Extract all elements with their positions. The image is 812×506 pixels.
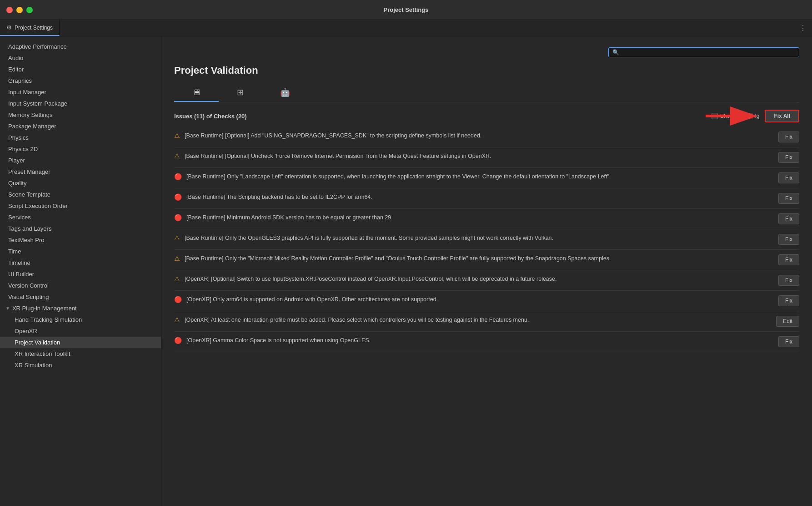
sidebar-item-package-manager[interactable]: Package Manager [0, 121, 161, 132]
issue-text: [Base Runtime] [Optional] Add "USING_SNA… [185, 132, 774, 140]
sidebar-item-project-validation[interactable]: Project Validation [0, 337, 161, 348]
search-input[interactable] [622, 49, 795, 56]
sidebar-item-input-manager[interactable]: Input Manager [0, 86, 161, 98]
issue-text: [OpenXR] At least one interaction profil… [185, 316, 772, 324]
tablet-icon: ⊞ [237, 87, 244, 97]
issue-text: [Base Runtime] The Scripting backend has… [186, 193, 774, 202]
ignore-text: Ig [755, 113, 759, 119]
issue-fix-button[interactable]: Fix [778, 193, 799, 204]
issues-title: Issues (11) of Checks (20) [174, 113, 706, 120]
sidebar-item-adaptive-performance[interactable]: Adaptive Performance [0, 41, 161, 52]
issue-text: [Base Runtime] Only the OpenGLES3 graphi… [185, 234, 774, 243]
warning-icon: ⚠ [174, 152, 180, 160]
issue-row: ⚠[Base Runtime] [Optional] Add "USING_SN… [174, 127, 799, 147]
tab-label: Project Settings [15, 25, 53, 31]
issue-row: ⚠[Base Runtime] Only the OpenGLES3 graph… [174, 229, 799, 250]
content-area: 🔍 Project Validation 🖥 ⊞ 🤖 Issues (11) o… [161, 36, 812, 506]
search-icon: 🔍 [612, 49, 619, 56]
issue-fix-button[interactable]: Fix [778, 336, 799, 347]
sidebar-item-script-execution-order[interactable]: Script Execution Order [0, 200, 161, 212]
minimize-button[interactable] [16, 7, 23, 13]
issue-row: ⚠[OpenXR] [Optional] Switch to use Input… [174, 270, 799, 291]
error-icon: 🔴 [174, 173, 182, 180]
issue-fix-button[interactable]: Fix [778, 254, 799, 265]
platform-tabs: 🖥 ⊞ 🤖 [174, 84, 799, 102]
warning-icon: ⚠ [174, 132, 180, 139]
ignore-checkbox[interactable] [746, 113, 752, 119]
issue-text: [Base Runtime] [Optional] Uncheck 'Force… [185, 152, 774, 161]
sidebar-item-editor[interactable]: Editor [0, 64, 161, 75]
tab-desktop[interactable]: 🖥 [174, 84, 219, 102]
sidebar-item-openxr[interactable]: OpenXR [0, 325, 161, 337]
issue-row: 🔴[Base Runtime] Only "Landscape Left" or… [174, 168, 799, 188]
tab-more-button[interactable]: ⋮ [794, 20, 812, 36]
close-button[interactable] [6, 7, 13, 13]
issue-row: 🔴[Base Runtime] The Scripting backend ha… [174, 188, 799, 209]
sidebar-item-input-system-package[interactable]: Input System Package [0, 98, 161, 109]
issue-fix-button[interactable]: Fix [778, 152, 799, 163]
issue-fix-button[interactable]: Fix [778, 295, 799, 306]
ignore-label: Ig [746, 113, 759, 119]
issue-row: ⚠[Base Runtime] Only the "Microsoft Mixe… [174, 250, 799, 270]
show-all-label: Show all [712, 113, 741, 119]
sidebar-item-xr-simulation[interactable]: XR Simulation [0, 359, 161, 371]
error-icon: 🔴 [174, 214, 182, 221]
project-settings-tab[interactable]: ⚙ Project Settings [0, 20, 60, 36]
chevron-down-icon: ▼ [5, 306, 10, 311]
issues-header: Issues (11) of Checks (20) Show all Ig F… [174, 110, 799, 122]
issue-fix-button[interactable]: Fix [778, 132, 799, 142]
sidebar-item-time[interactable]: Time [0, 246, 161, 257]
warning-icon: ⚠ [174, 275, 180, 283]
sidebar-item-xr-interaction-toolkit[interactable]: XR Interaction Toolkit [0, 348, 161, 359]
titlebar: Project Settings [0, 0, 812, 20]
sidebar-item-textmesh-pro[interactable]: TextMesh Pro [0, 234, 161, 246]
sidebar-item-services[interactable]: Services [0, 212, 161, 223]
issue-text: [OpenXR] Gamma Color Space is not suppor… [186, 336, 774, 345]
sidebar-item-memory-settings[interactable]: Memory Settings [0, 109, 161, 121]
show-all-checkbox[interactable] [712, 113, 718, 119]
window-controls [6, 7, 33, 13]
android-icon: 🤖 [280, 87, 290, 97]
sidebar-item-ui-builder[interactable]: UI Builder [0, 268, 161, 280]
error-icon: 🔴 [174, 193, 182, 201]
fix-all-button[interactable]: Fix All [765, 110, 799, 122]
main-layout: Adaptive PerformanceAudioEditorGraphicsI… [0, 36, 812, 506]
sidebar-item-hand-tracking-simulation[interactable]: Hand Tracking Simulation [0, 314, 161, 325]
issue-fix-button[interactable]: Fix [778, 234, 799, 245]
sidebar-item-graphics[interactable]: Graphics [0, 75, 161, 86]
sidebar-item-tags-and-layers[interactable]: Tags and Layers [0, 223, 161, 234]
maximize-button[interactable] [26, 7, 33, 13]
warning-icon: ⚠ [174, 316, 180, 324]
issue-text: [Base Runtime] Only the "Microsoft Mixed… [185, 254, 774, 263]
tab-android[interactable]: 🤖 [262, 84, 308, 102]
show-all-text: Show all [720, 113, 741, 119]
sidebar-item-scene-template[interactable]: Scene Template [0, 189, 161, 200]
sidebar-item-player[interactable]: Player [0, 155, 161, 166]
issue-fix-button[interactable]: Fix [778, 172, 799, 183]
issue-edit-button[interactable]: Edit [776, 316, 799, 327]
warning-icon: ⚠ [174, 255, 180, 262]
sidebar-item-xr-plugin[interactable]: ▼XR Plug-in Management [0, 303, 161, 314]
tab-tablet[interactable]: ⊞ [219, 84, 262, 102]
issue-row: ⚠[Base Runtime] [Optional] Uncheck 'Forc… [174, 147, 799, 168]
sidebar: Adaptive PerformanceAudioEditorGraphicsI… [0, 36, 161, 506]
issue-fix-button[interactable]: Fix [778, 275, 799, 286]
issue-row: ⚠[OpenXR] At least one interaction profi… [174, 311, 799, 332]
issue-text: [OpenXR] Only arm64 is supported on Andr… [186, 295, 774, 304]
tabbar: ⚙ Project Settings ⋮ [0, 20, 812, 36]
sidebar-item-visual-scripting[interactable]: Visual Scripting [0, 291, 161, 303]
issue-row: 🔴[Base Runtime] Minimum Android SDK vers… [174, 209, 799, 229]
issue-fix-button[interactable]: Fix [778, 213, 799, 224]
sidebar-item-version-control[interactable]: Version Control [0, 280, 161, 291]
sidebar-item-quality[interactable]: Quality [0, 177, 161, 189]
issue-text: [Base Runtime] Minimum Android SDK versi… [186, 213, 774, 222]
desktop-icon: 🖥 [192, 88, 200, 97]
issue-list: ⚠[Base Runtime] [Optional] Add "USING_SN… [174, 127, 799, 352]
sidebar-item-preset-manager[interactable]: Preset Manager [0, 166, 161, 177]
sidebar-item-timeline[interactable]: Timeline [0, 257, 161, 268]
window-title: Project Settings [384, 6, 429, 13]
sidebar-item-physics[interactable]: Physics [0, 132, 161, 143]
sidebar-item-audio[interactable]: Audio [0, 52, 161, 64]
sidebar-item-physics-2d[interactable]: Physics 2D [0, 143, 161, 155]
issue-text: [Base Runtime] Only "Landscape Left" ori… [186, 172, 774, 181]
